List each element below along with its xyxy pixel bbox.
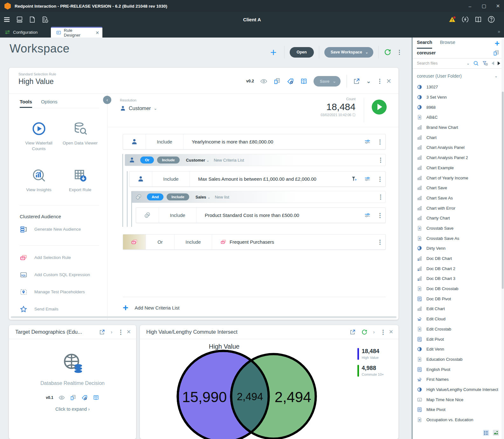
file-item[interactable]: Charty Chart <box>412 213 501 223</box>
entity-select[interactable]: Customer ⌄ <box>186 158 210 163</box>
tab-tools[interactable]: Tools <box>20 99 32 108</box>
file-item[interactable]: 3 Set Venn <box>412 92 501 102</box>
notes-book-icon[interactable] <box>300 78 307 85</box>
action-sql[interactable]: SQLAdd Custom SQL Expression <box>20 271 107 279</box>
sliders-icon[interactable] <box>364 176 371 182</box>
notes-book-icon[interactable] <box>93 394 99 401</box>
file-item[interactable]: Edit Pivot <box>412 334 501 344</box>
preview-icon[interactable] <box>59 394 65 401</box>
file-item[interactable]: Edit Cloud <box>412 314 501 324</box>
include-label[interactable]: Include <box>152 171 190 186</box>
sidebar-scrollbar[interactable] <box>501 38 504 439</box>
prev-icon[interactable] <box>492 61 494 65</box>
tool-insights[interactable]: View Insights <box>20 168 58 193</box>
tab-rule-designer[interactable]: Rule Designer ✕ <box>51 27 102 38</box>
rule-kebab-icon[interactable]: ⋮ <box>377 78 380 84</box>
file-item[interactable]: Occupation vs. Education <box>412 415 501 425</box>
file-item[interactable]: Chart Save <box>412 183 501 193</box>
card-kebab-icon[interactable]: ⋮ <box>118 329 121 335</box>
include-label[interactable]: Include <box>146 134 183 149</box>
file-item[interactable]: Doc DB Pivot <box>412 294 501 304</box>
open-external-icon[interactable] <box>349 329 356 335</box>
search-files-input[interactable]: Search files <box>417 61 438 66</box>
file-item[interactable]: 13027 <box>412 82 501 92</box>
tool-data-viewer[interactable]: Open Data Viewer <box>61 122 99 152</box>
tab-overflow-icon[interactable]: » <box>498 29 500 34</box>
file-item[interactable]: Doc DB Chart <box>412 254 501 264</box>
file-item[interactable]: Crosstab Save <box>412 223 501 233</box>
filter-skip-icon[interactable]: » <box>351 176 358 182</box>
sliders-icon[interactable] <box>364 138 371 145</box>
file-item[interactable]: First Names <box>412 374 501 385</box>
tab-browse[interactable]: Browse <box>440 40 455 49</box>
file-item[interactable]: Chart Example <box>412 163 501 173</box>
open-external-icon[interactable] <box>99 329 105 335</box>
collapse-card-icon[interactable]: ⌄ <box>366 78 371 85</box>
file-item[interactable]: Brand New Chart <box>412 122 501 133</box>
file-item[interactable]: 8968 <box>412 102 501 112</box>
file-item[interactable]: Map Time Nice Nice <box>412 394 501 405</box>
file-item[interactable]: Dirty Venn <box>412 243 501 254</box>
file-item[interactable]: Chart <box>412 132 501 143</box>
run-count-button[interactable] <box>372 100 387 115</box>
save-workspace-button[interactable]: Save Workspace ⌄ <box>324 47 373 58</box>
preview-icon[interactable] <box>260 78 267 85</box>
joiner-pill[interactable]: And <box>147 193 163 200</box>
include-label[interactable]: Include <box>159 208 197 223</box>
row-kebab-icon[interactable]: ⋮ <box>377 213 380 218</box>
file-item[interactable]: Chart Analysis Panel <box>412 143 501 153</box>
action-selection-cards[interactable]: Add Selection Rule <box>20 254 107 261</box>
next-icon[interactable] <box>498 61 500 65</box>
tab-options[interactable]: Options <box>41 99 58 108</box>
include-pill[interactable]: Include <box>167 193 189 200</box>
condition-text[interactable]: Max Sales Amount is between £1,000.00 an… <box>190 171 351 186</box>
expand-icon[interactable]: › <box>373 329 375 335</box>
include-pill[interactable]: Include <box>157 157 179 164</box>
image-view-icon[interactable] <box>492 429 500 436</box>
joiner-label[interactable]: Or <box>146 234 175 249</box>
close-window-button[interactable]: ✕ <box>495 3 501 9</box>
joiner-pill[interactable]: Or <box>140 157 154 164</box>
sync-icon[interactable] <box>461 16 469 23</box>
file-item[interactable]: Education Crosstab <box>412 354 501 365</box>
file-item[interactable]: Chart Save As <box>412 193 501 203</box>
close-card-icon[interactable]: ✕ <box>389 329 393 335</box>
row-kebab-icon[interactable]: ⋮ <box>377 239 380 245</box>
card-kebab-icon[interactable]: ⋮ <box>380 329 383 335</box>
duplicate-icon[interactable] <box>70 394 76 401</box>
close-card-icon[interactable]: ✕ <box>127 329 131 335</box>
action-placeholder[interactable]: Manage Test Placeholders <box>20 288 107 296</box>
user-folder-header[interactable]: coreuser (User Folder) ⌄ <box>417 71 498 81</box>
maximize-button[interactable]: ▢ <box>481 3 487 9</box>
search-icon[interactable] <box>473 60 479 66</box>
file-item[interactable]: Doc DB Crosstab <box>412 284 501 294</box>
tag-icon[interactable] <box>81 394 88 401</box>
filter-files-icon[interactable] <box>482 60 488 66</box>
row-kebab-icon[interactable]: ⋮ <box>377 176 380 182</box>
horizontal-scrollbar[interactable] <box>11 316 397 318</box>
row-kebab-icon[interactable]: ⋮ <box>378 194 381 200</box>
file-item[interactable]: AB&C <box>412 112 501 122</box>
refresh-icon[interactable] <box>361 329 368 335</box>
open-button[interactable]: Open <box>290 47 314 58</box>
warning-badge-icon[interactable] <box>448 16 456 23</box>
condition-text[interactable]: Product Standard Cost is more than £500.… <box>197 208 364 223</box>
file-item[interactable]: Chart Analysis Panel 2 <box>412 153 501 163</box>
entity-select[interactable]: Sales ⌄ <box>196 195 211 199</box>
tool-waterfall-play[interactable]: View Waterfall Counts <box>20 122 58 152</box>
file-item[interactable]: Chart of Yearly Income <box>412 173 501 183</box>
refresh-icon[interactable] <box>384 48 391 56</box>
close-tab-icon[interactable]: ✕ <box>95 30 99 35</box>
row-kebab-icon[interactable]: ⋮ <box>377 139 380 145</box>
tool-export-rule[interactable]: Export Rule <box>61 168 99 193</box>
file-item[interactable]: Doc DB Chart 2 <box>412 263 501 274</box>
docs-book-icon[interactable] <box>474 16 482 23</box>
group-name[interactable]: New Criteria List <box>214 158 378 163</box>
group-name[interactable]: New list <box>215 195 378 199</box>
search-input[interactable]: coreuser <box>412 49 501 59</box>
file-item[interactable]: Chart with Error <box>412 203 501 213</box>
save-button[interactable]: Save ⌄ <box>314 76 341 87</box>
add-new-criteria-button[interactable]: + Add New Criteria List <box>123 304 386 311</box>
chevron-down-icon[interactable]: ⌄ <box>466 61 470 66</box>
close-rule-icon[interactable]: ✕ <box>386 77 391 85</box>
